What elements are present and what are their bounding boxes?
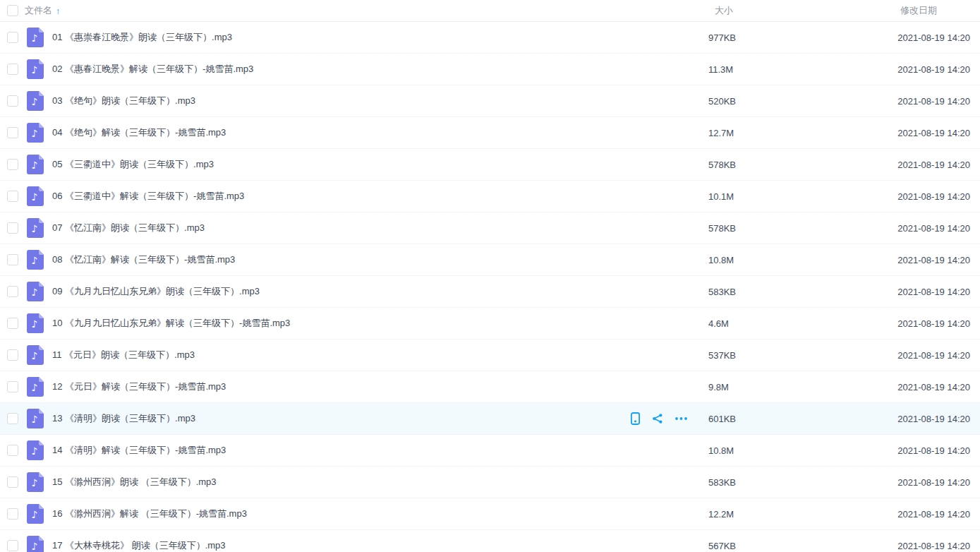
file-name[interactable]: 02 《惠春江晚景》解读（三年级下）-姚雪苗.mp3 bbox=[52, 63, 708, 76]
table-row[interactable]: ♪ 17 《大林寺桃花》 朗读（三年级下）.mp3 567KB 2021-08-… bbox=[0, 530, 980, 552]
row-checkbox[interactable] bbox=[7, 64, 18, 75]
row-checkbox[interactable] bbox=[7, 222, 18, 234]
row-checkbox[interactable] bbox=[7, 286, 18, 297]
table-row[interactable]: ♪ 05 《三衢道中》朗读（三年级下）.mp3 578KB 2021-08-19… bbox=[0, 149, 980, 181]
file-name[interactable]: 12 《元日》解读（三年级下）-姚雪苗.mp3 bbox=[52, 380, 708, 393]
column-header-filename[interactable]: 文件名 ↑ bbox=[25, 4, 61, 17]
audio-file-icon: ♪ bbox=[27, 409, 44, 428]
file-size: 4.6M bbox=[708, 318, 779, 329]
file-date: 2021-08-19 14:20 bbox=[779, 414, 980, 424]
row-checkbox[interactable] bbox=[7, 445, 18, 456]
file-size: 520KB bbox=[708, 96, 779, 107]
table-row[interactable]: ♪ 16 《滁州西涧》解读 （三年级下）-姚雪苗.mp3 12.2M 2021-… bbox=[0, 498, 980, 530]
table-header: 文件名 ↑ 大小 修改日期 bbox=[0, 0, 980, 22]
row-checkbox[interactable] bbox=[7, 32, 18, 43]
file-size: 583KB bbox=[708, 287, 779, 297]
audio-file-icon: ♪ bbox=[27, 91, 44, 111]
audio-file-icon: ♪ bbox=[27, 440, 44, 460]
file-name[interactable]: 15 《滁州西涧》朗读 （三年级下）.mp3 bbox=[52, 476, 708, 488]
audio-file-icon: ♪ bbox=[27, 186, 44, 206]
file-name[interactable]: 16 《滁州西涧》解读 （三年级下）-姚雪苗.mp3 bbox=[52, 508, 708, 520]
file-name[interactable]: 13 《清明》朗读（三年级下）.mp3 bbox=[52, 412, 630, 425]
audio-file-icon: ♪ bbox=[27, 345, 44, 365]
file-date: 2021-08-19 14:20 bbox=[779, 477, 980, 488]
filename-header-label: 文件名 bbox=[25, 4, 52, 17]
audio-file-icon: ♪ bbox=[27, 218, 44, 238]
row-checkbox[interactable] bbox=[7, 349, 18, 361]
send-to-phone-icon[interactable] bbox=[630, 412, 641, 425]
share-icon[interactable] bbox=[652, 413, 663, 424]
table-row[interactable]: ♪ 01 《惠崇春江晚景》朗读（三年级下）.mp3 977KB 2021-08-… bbox=[0, 22, 980, 54]
row-checkbox[interactable] bbox=[7, 159, 18, 170]
file-size: 601KB bbox=[708, 414, 779, 424]
file-list: 文件名 ↑ 大小 修改日期 ♪ 01 《惠崇春江晚景》朗读（三年级下）.mp3 … bbox=[0, 0, 980, 552]
audio-file-icon: ♪ bbox=[27, 504, 44, 524]
music-note-glyph: ♪ bbox=[32, 541, 38, 552]
more-actions-icon[interactable] bbox=[674, 413, 688, 424]
row-checkbox[interactable] bbox=[7, 95, 18, 107]
row-checkbox[interactable] bbox=[7, 540, 18, 551]
select-all-checkbox[interactable] bbox=[7, 5, 18, 16]
file-name[interactable]: 06 《三衢道中》解读（三年级下）-姚雪苗.mp3 bbox=[52, 190, 708, 203]
table-row[interactable]: ♪ 15 《滁州西涧》朗读 （三年级下）.mp3 583KB 2021-08-1… bbox=[0, 467, 980, 498]
file-size: 578KB bbox=[708, 160, 779, 170]
table-row[interactable]: ♪ 11 《元日》朗读（三年级下）.mp3 537KB 2021-08-19 1… bbox=[0, 340, 980, 371]
audio-file-icon: ♪ bbox=[27, 472, 44, 492]
column-header-size[interactable]: 大小 bbox=[708, 4, 779, 17]
file-size: 10.1M bbox=[708, 191, 779, 202]
music-note-glyph: ♪ bbox=[32, 477, 38, 488]
file-name[interactable]: 09 《九月九日忆山东兄弟》朗读（三年级下）.mp3 bbox=[52, 285, 708, 298]
sort-asc-icon[interactable]: ↑ bbox=[56, 6, 61, 16]
file-date: 2021-08-19 14:20 bbox=[779, 382, 980, 392]
file-name[interactable]: 03 《绝句》朗读（三年级下）.mp3 bbox=[52, 95, 708, 107]
audio-file-icon: ♪ bbox=[27, 28, 44, 47]
file-name[interactable]: 05 《三衢道中》朗读（三年级下）.mp3 bbox=[52, 158, 708, 171]
file-name[interactable]: 11 《元日》朗读（三年级下）.mp3 bbox=[52, 349, 708, 361]
music-note-glyph: ♪ bbox=[32, 191, 38, 203]
row-checkbox[interactable] bbox=[7, 381, 18, 392]
file-name[interactable]: 01 《惠崇春江晚景》朗读（三年级下）.mp3 bbox=[52, 31, 708, 44]
music-note-glyph: ♪ bbox=[32, 382, 38, 393]
file-size: 10.8M bbox=[708, 255, 779, 265]
file-name[interactable]: 14 《清明》解读（三年级下）-姚雪苗.mp3 bbox=[52, 444, 708, 457]
file-date: 2021-08-19 14:20 bbox=[779, 32, 980, 43]
table-row[interactable]: ♪ 02 《惠春江晚景》解读（三年级下）-姚雪苗.mp3 11.3M 2021-… bbox=[0, 54, 980, 85]
file-size: 567KB bbox=[708, 541, 779, 551]
file-name[interactable]: 07 《忆江南》朗读（三年级下）.mp3 bbox=[52, 222, 708, 234]
file-name[interactable]: 17 《大林寺桃花》 朗读（三年级下）.mp3 bbox=[52, 539, 708, 552]
table-row[interactable]: ♪ 12 《元日》解读（三年级下）-姚雪苗.mp3 9.8M 2021-08-1… bbox=[0, 371, 980, 403]
table-row[interactable]: ♪ 14 《清明》解读（三年级下）-姚雪苗.mp3 10.8M 2021-08-… bbox=[0, 435, 980, 467]
table-row[interactable]: ♪ 08 《忆江南》解读（三年级下）-姚雪苗.mp3 10.8M 2021-08… bbox=[0, 244, 980, 276]
music-note-glyph: ♪ bbox=[32, 318, 38, 330]
table-row[interactable]: ♪ 10 《九月九日忆山东兄弟》解读（三年级下）-姚雪苗.mp3 4.6M 20… bbox=[0, 308, 980, 340]
table-row[interactable]: ♪ 04 《绝句》解读（三年级下）-姚雪苗.mp3 12.7M 2021-08-… bbox=[0, 117, 980, 149]
row-checkbox[interactable] bbox=[7, 476, 18, 488]
audio-file-icon: ♪ bbox=[27, 282, 44, 301]
music-note-glyph: ♪ bbox=[32, 350, 38, 361]
file-size: 9.8M bbox=[708, 382, 779, 392]
table-row[interactable]: ♪ 03 《绝句》朗读（三年级下）.mp3 520KB 2021-08-19 1… bbox=[0, 85, 980, 117]
file-date: 2021-08-19 14:20 bbox=[779, 191, 980, 202]
row-checkbox[interactable] bbox=[7, 191, 18, 202]
audio-file-icon: ♪ bbox=[27, 250, 44, 270]
music-note-glyph: ♪ bbox=[32, 96, 38, 107]
file-name[interactable]: 04 《绝句》解读（三年级下）-姚雪苗.mp3 bbox=[52, 126, 708, 139]
music-note-glyph: ♪ bbox=[32, 223, 38, 234]
audio-file-icon: ♪ bbox=[27, 377, 44, 397]
row-checkbox[interactable] bbox=[7, 508, 18, 520]
file-name[interactable]: 10 《九月九日忆山东兄弟》解读（三年级下）-姚雪苗.mp3 bbox=[52, 317, 708, 330]
music-note-glyph: ♪ bbox=[32, 128, 38, 139]
row-checkbox[interactable] bbox=[7, 254, 18, 265]
table-row[interactable]: ♪ 07 《忆江南》朗读（三年级下）.mp3 578KB 2021-08-19 … bbox=[0, 212, 980, 244]
table-row[interactable]: ♪ 09 《九月九日忆山东兄弟》朗读（三年级下）.mp3 583KB 2021-… bbox=[0, 276, 980, 308]
row-checkbox[interactable] bbox=[7, 318, 18, 329]
music-note-glyph: ♪ bbox=[32, 287, 38, 298]
table-row[interactable]: ♪ 06 《三衢道中》解读（三年级下）-姚雪苗.mp3 10.1M 2021-0… bbox=[0, 181, 980, 212]
table-row[interactable]: ♪ 13 《清明》朗读（三年级下）.mp3 601KB 2021-08-19 1… bbox=[0, 403, 980, 435]
column-header-date[interactable]: 修改日期 bbox=[779, 4, 980, 17]
file-size: 11.3M bbox=[708, 64, 779, 75]
row-checkbox[interactable] bbox=[7, 413, 18, 424]
file-date: 2021-08-19 14:20 bbox=[779, 255, 980, 265]
row-checkbox[interactable] bbox=[7, 127, 18, 138]
file-name[interactable]: 08 《忆江南》解读（三年级下）-姚雪苗.mp3 bbox=[52, 253, 708, 266]
